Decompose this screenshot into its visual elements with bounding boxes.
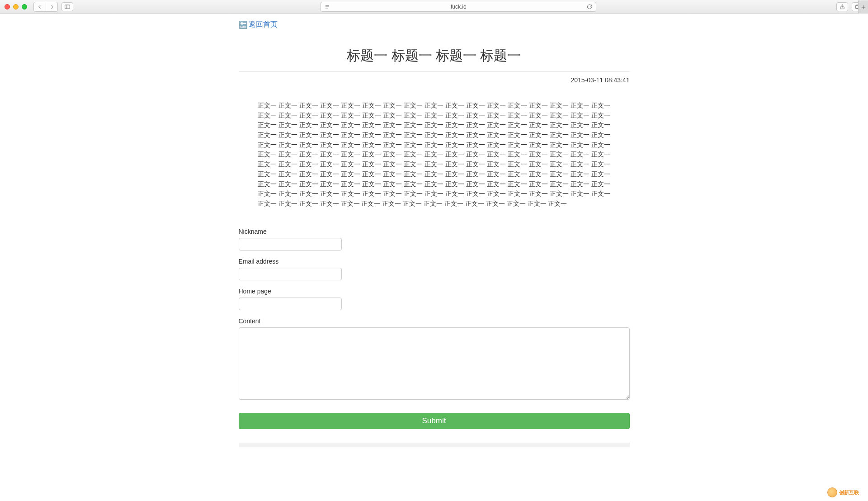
new-tab-button[interactable] [858,0,868,14]
back-arrow-icon: 🔙 [239,20,248,29]
email-input[interactable] [239,268,342,280]
reload-button[interactable] [586,4,593,10]
address-bar-url: fuck.io [331,4,586,10]
content-textarea[interactable] [239,327,630,400]
minimize-window-button[interactable] [13,4,19,9]
watermark-badge: 创新互联 [827,486,868,499]
nickname-input[interactable] [239,238,342,250]
reload-icon [586,4,593,10]
reader-mode-button[interactable] [324,4,331,10]
post-body: 正文一 正文一 正文一 正文一 正文一 正文一 正文一 正文一 正文一 正文一 … [258,101,610,209]
post-timestamp: 2015-03-11 08:43:41 [239,76,630,84]
content-label: Content [239,317,630,325]
zoom-window-button[interactable] [22,4,27,9]
homepage-label: Home page [239,288,630,295]
address-bar[interactable]: fuck.io [321,2,596,12]
back-home-link[interactable]: 🔙返回首页 [239,20,278,29]
page-viewport[interactable]: 🔙返回首页 标题一 标题一 标题一 标题一 2015-03-11 08:43:4… [0,14,868,501]
nav-back-forward [33,2,58,12]
share-button[interactable] [836,2,848,11]
watermark-text: 创新互联 [839,489,859,496]
title-separator [239,71,630,72]
nickname-label: Nickname [239,228,630,235]
footer-strip [239,443,630,447]
watermark-logo-icon [827,487,837,497]
svg-rect-0 [65,5,70,8]
homepage-input[interactable] [239,298,342,310]
plus-icon [860,4,867,10]
page-title: 标题一 标题一 标题一 标题一 [239,47,630,65]
close-window-button[interactable] [5,4,10,9]
browser-toolbar: fuck.io [0,0,868,14]
window-controls [5,4,27,9]
back-home-label: 返回首页 [249,20,278,29]
share-icon [839,4,845,10]
sidebar-toggle-button[interactable] [61,2,73,11]
back-button[interactable] [34,2,46,11]
submit-button[interactable]: Submit [239,413,630,429]
sidebar-icon [64,4,71,10]
chevron-left-icon [37,4,43,10]
chevron-right-icon [49,4,55,10]
email-label: Email address [239,258,630,265]
page-container: 🔙返回首页 标题一 标题一 标题一 标题一 2015-03-11 08:43:4… [239,14,630,474]
reader-icon [324,4,330,10]
forward-button[interactable] [46,2,57,11]
